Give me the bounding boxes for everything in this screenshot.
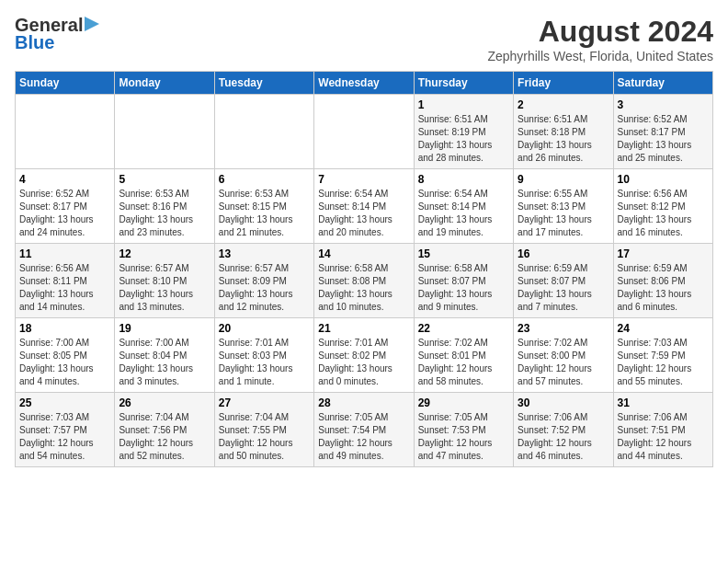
calendar-day-cell [16,95,115,169]
day-info: Sunrise: 6:54 AM Sunset: 8:14 PM Dayligh… [318,188,409,239]
day-number: 27 [219,396,310,409]
day-info: Sunrise: 6:59 AM Sunset: 8:07 PM Dayligh… [518,262,609,314]
day-number: 30 [518,396,609,409]
calendar-header-wednesday: Wednesday [314,72,414,95]
calendar-day-cell: 20Sunrise: 7:01 AM Sunset: 8:03 PM Dayli… [214,318,313,393]
day-info: Sunrise: 6:55 AM Sunset: 8:13 PM Dayligh… [518,188,609,239]
calendar-header-friday: Friday [514,72,613,95]
day-info: Sunrise: 6:59 AM Sunset: 8:06 PM Dayligh… [618,262,709,314]
calendar-day-cell [214,95,313,169]
day-number: 6 [219,173,310,186]
calendar-day-cell: 24Sunrise: 7:03 AM Sunset: 7:59 PM Dayli… [613,318,712,393]
calendar-header-sunday: Sunday [16,72,115,95]
day-number: 14 [318,247,409,260]
day-number: 19 [119,322,210,335]
day-info: Sunrise: 7:02 AM Sunset: 8:01 PM Dayligh… [418,337,509,388]
day-info: Sunrise: 7:01 AM Sunset: 8:02 PM Dayligh… [318,337,409,388]
day-number: 4 [19,173,110,186]
day-info: Sunrise: 7:06 AM Sunset: 7:52 PM Dayligh… [518,411,609,463]
calendar-day-cell [314,95,414,169]
day-number: 8 [418,173,509,186]
day-number: 26 [119,396,210,409]
calendar-day-cell: 8Sunrise: 6:54 AM Sunset: 8:14 PM Daylig… [414,169,513,244]
calendar-day-cell: 12Sunrise: 6:57 AM Sunset: 8:10 PM Dayli… [115,244,214,318]
calendar-day-cell: 5Sunrise: 6:53 AM Sunset: 8:16 PM Daylig… [115,169,214,244]
calendar-day-cell: 30Sunrise: 7:06 AM Sunset: 7:52 PM Dayli… [514,393,613,467]
calendar-day-cell: 16Sunrise: 6:59 AM Sunset: 8:07 PM Dayli… [514,244,613,318]
calendar-day-cell: 18Sunrise: 7:00 AM Sunset: 8:05 PM Dayli… [16,318,115,393]
calendar-week-1: 1Sunrise: 6:51 AM Sunset: 8:19 PM Daylig… [16,95,713,169]
day-info: Sunrise: 7:04 AM Sunset: 7:55 PM Dayligh… [219,411,310,463]
calendar-header-monday: Monday [115,72,214,95]
logo: General Blue [15,15,99,53]
calendar-day-cell: 2Sunrise: 6:51 AM Sunset: 8:18 PM Daylig… [514,95,613,169]
calendar-day-cell [115,95,214,169]
day-info: Sunrise: 6:53 AM Sunset: 8:16 PM Dayligh… [119,188,210,239]
day-number: 15 [418,247,509,260]
calendar-day-cell: 10Sunrise: 6:56 AM Sunset: 8:12 PM Dayli… [613,169,712,244]
calendar-header-saturday: Saturday [613,72,712,95]
day-number: 21 [318,322,409,335]
day-info: Sunrise: 6:57 AM Sunset: 8:10 PM Dayligh… [119,262,210,314]
day-info: Sunrise: 7:04 AM Sunset: 7:56 PM Dayligh… [119,411,210,463]
page-title: August 2024 [487,15,713,49]
calendar-week-3: 11Sunrise: 6:56 AM Sunset: 8:11 PM Dayli… [16,244,713,318]
calendar-day-cell: 23Sunrise: 7:02 AM Sunset: 8:00 PM Dayli… [514,318,613,393]
day-info: Sunrise: 6:51 AM Sunset: 8:19 PM Dayligh… [418,113,509,165]
day-info: Sunrise: 7:00 AM Sunset: 8:05 PM Dayligh… [19,337,110,388]
calendar-day-cell: 17Sunrise: 6:59 AM Sunset: 8:06 PM Dayli… [613,244,712,318]
day-info: Sunrise: 7:03 AM Sunset: 7:59 PM Dayligh… [618,337,709,388]
page-subtitle: Zephyrhills West, Florida, United States [487,49,713,63]
calendar-table: SundayMondayTuesdayWednesdayThursdayFrid… [15,71,713,467]
day-number: 10 [618,173,709,186]
day-info: Sunrise: 6:56 AM Sunset: 8:11 PM Dayligh… [19,262,110,314]
day-number: 2 [518,98,609,111]
day-number: 17 [618,247,709,260]
calendar-day-cell: 25Sunrise: 7:03 AM Sunset: 7:57 PM Dayli… [16,393,115,467]
calendar-day-cell: 26Sunrise: 7:04 AM Sunset: 7:56 PM Dayli… [115,393,214,467]
calendar-day-cell: 29Sunrise: 7:05 AM Sunset: 7:53 PM Dayli… [414,393,513,467]
day-info: Sunrise: 6:52 AM Sunset: 8:17 PM Dayligh… [19,188,110,239]
svg-marker-0 [85,17,99,31]
day-number: 3 [618,98,709,111]
calendar-day-cell: 4Sunrise: 6:52 AM Sunset: 8:17 PM Daylig… [16,169,115,244]
day-number: 28 [318,396,409,409]
day-info: Sunrise: 7:03 AM Sunset: 7:57 PM Dayligh… [19,411,110,463]
day-info: Sunrise: 7:00 AM Sunset: 8:04 PM Dayligh… [119,337,210,388]
calendar-day-cell: 15Sunrise: 6:58 AM Sunset: 8:07 PM Dayli… [414,244,513,318]
calendar-week-4: 18Sunrise: 7:00 AM Sunset: 8:05 PM Dayli… [16,318,713,393]
day-number: 23 [518,322,609,335]
day-number: 11 [19,247,110,260]
day-info: Sunrise: 6:58 AM Sunset: 8:08 PM Dayligh… [318,262,409,314]
page-header: General Blue August 2024 Zephyrhills Wes… [15,15,713,63]
day-info: Sunrise: 7:05 AM Sunset: 7:54 PM Dayligh… [318,411,409,463]
day-number: 18 [19,322,110,335]
logo-arrow-icon [85,17,99,35]
day-info: Sunrise: 6:51 AM Sunset: 8:18 PM Dayligh… [518,113,609,165]
day-number: 12 [119,247,210,260]
day-number: 1 [418,98,509,111]
calendar-day-cell: 7Sunrise: 6:54 AM Sunset: 8:14 PM Daylig… [314,169,414,244]
logo-text-blue: Blue [15,32,54,53]
day-info: Sunrise: 6:53 AM Sunset: 8:15 PM Dayligh… [219,188,310,239]
calendar-week-2: 4Sunrise: 6:52 AM Sunset: 8:17 PM Daylig… [16,169,713,244]
calendar-day-cell: 19Sunrise: 7:00 AM Sunset: 8:04 PM Dayli… [115,318,214,393]
calendar-header-thursday: Thursday [414,72,513,95]
day-number: 29 [418,396,509,409]
day-info: Sunrise: 6:52 AM Sunset: 8:17 PM Dayligh… [618,113,709,165]
calendar-header-row: SundayMondayTuesdayWednesdayThursdayFrid… [16,72,713,95]
day-info: Sunrise: 7:05 AM Sunset: 7:53 PM Dayligh… [418,411,509,463]
day-info: Sunrise: 7:01 AM Sunset: 8:03 PM Dayligh… [219,337,310,388]
calendar-header-tuesday: Tuesday [214,72,313,95]
day-info: Sunrise: 7:02 AM Sunset: 8:00 PM Dayligh… [518,337,609,388]
day-number: 20 [219,322,310,335]
calendar-day-cell: 6Sunrise: 6:53 AM Sunset: 8:15 PM Daylig… [214,169,313,244]
calendar-day-cell: 22Sunrise: 7:02 AM Sunset: 8:01 PM Dayli… [414,318,513,393]
calendar-day-cell: 3Sunrise: 6:52 AM Sunset: 8:17 PM Daylig… [613,95,712,169]
calendar-day-cell: 14Sunrise: 6:58 AM Sunset: 8:08 PM Dayli… [314,244,414,318]
day-number: 31 [618,396,709,409]
calendar-day-cell: 13Sunrise: 6:57 AM Sunset: 8:09 PM Dayli… [214,244,313,318]
day-info: Sunrise: 6:56 AM Sunset: 8:12 PM Dayligh… [618,188,709,239]
day-number: 16 [518,247,609,260]
calendar-day-cell: 9Sunrise: 6:55 AM Sunset: 8:13 PM Daylig… [514,169,613,244]
